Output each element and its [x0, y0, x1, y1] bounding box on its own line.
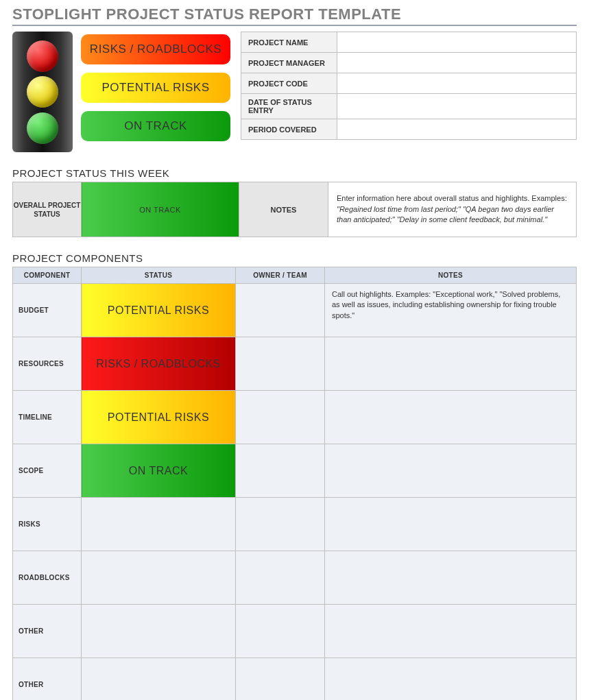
stoplight-icon [12, 32, 73, 152]
project-info-table: PROJECT NAMEPROJECT MANAGERPROJECT CODED… [241, 32, 577, 140]
header-row: RISKS / ROADBLOCKS POTENTIAL RISKS ON TR… [12, 32, 577, 152]
component-owner[interactable] [236, 337, 325, 391]
component-owner[interactable] [236, 498, 325, 551]
component-status[interactable] [82, 658, 236, 701]
overall-status-label: OVERALL PROJECT STATUS [13, 182, 82, 237]
component-notes[interactable] [325, 658, 577, 701]
component-notes[interactable] [325, 444, 577, 498]
table-row: RISKS [13, 498, 577, 551]
component-notes[interactable] [325, 391, 577, 444]
component-notes[interactable] [325, 551, 577, 605]
table-row: OTHER [13, 605, 577, 658]
table-row: RESOURCESRISKS / ROADBLOCKS [13, 337, 577, 391]
yellow-light-icon [27, 76, 58, 108]
component-name: BUDGET [13, 284, 82, 337]
overall-status-value[interactable]: ON TRACK [82, 182, 239, 237]
col-header-component: COMPONENT [13, 267, 82, 284]
component-status[interactable]: POTENTIAL RISKS [82, 391, 236, 444]
info-value[interactable] [337, 32, 577, 53]
info-label: PROJECT NAME [241, 32, 337, 53]
component-owner[interactable] [236, 658, 325, 701]
notes-label: NOTES [239, 182, 328, 237]
component-status[interactable]: POTENTIAL RISKS [82, 284, 236, 337]
info-value[interactable] [337, 73, 577, 94]
component-status[interactable] [82, 551, 236, 605]
component-notes[interactable] [325, 337, 577, 391]
green-light-icon [27, 112, 58, 144]
component-owner[interactable] [236, 551, 325, 605]
legend-yellow-pill: POTENTIAL RISKS [81, 73, 230, 103]
component-name: RISKS [13, 498, 82, 551]
table-row: TIMELINEPOTENTIAL RISKS [13, 391, 577, 444]
col-header-status: STATUS [82, 267, 236, 284]
table-row: OTHER [13, 658, 577, 701]
component-name: RESOURCES [13, 337, 82, 391]
title-divider [12, 25, 577, 26]
component-name: OTHER [13, 658, 82, 701]
legend-green-pill: ON TRACK [81, 111, 230, 141]
table-row: BUDGETPOTENTIAL RISKSCall out highlights… [13, 284, 577, 337]
info-value[interactable] [337, 119, 577, 140]
component-status[interactable]: ON TRACK [82, 444, 236, 498]
legend: RISKS / ROADBLOCKS POTENTIAL RISKS ON TR… [81, 32, 230, 141]
status-week-table: OVERALL PROJECT STATUS ON TRACK NOTES En… [12, 182, 577, 237]
component-status[interactable]: RISKS / ROADBLOCKS [82, 337, 236, 391]
red-light-icon [27, 40, 58, 72]
overall-notes-text: Enter information here about overall sta… [337, 194, 567, 224]
component-notes[interactable] [325, 605, 577, 658]
components-table: COMPONENT STATUS OWNER / TEAM NOTES BUDG… [12, 267, 577, 700]
component-name: OTHER [13, 605, 82, 658]
component-owner[interactable] [236, 605, 325, 658]
info-label: DATE OF STATUS ENTRY [241, 94, 337, 119]
table-row: SCOPEON TRACK [13, 444, 577, 498]
component-name: TIMELINE [13, 391, 82, 444]
table-row: ROADBLOCKS [13, 551, 577, 605]
component-name: ROADBLOCKS [13, 551, 82, 605]
component-notes[interactable] [325, 498, 577, 551]
info-label: PROJECT MANAGER [241, 53, 337, 73]
info-label: PROJECT CODE [241, 73, 337, 94]
info-label: PERIOD COVERED [241, 119, 337, 140]
page-title: STOPLIGHT PROJECT STATUS REPORT TEMPLATE [12, 5, 577, 23]
component-status[interactable] [82, 605, 236, 658]
component-owner[interactable] [236, 284, 325, 337]
col-header-owner: OWNER / TEAM [236, 267, 325, 284]
overall-notes-cell[interactable]: Enter information here about overall sta… [328, 182, 577, 237]
component-owner[interactable] [236, 444, 325, 498]
component-owner[interactable] [236, 391, 325, 444]
info-value[interactable] [337, 94, 577, 119]
components-heading: PROJECT COMPONENTS [12, 252, 577, 264]
component-notes[interactable]: Call out highlights. Examples: "Exceptio… [325, 284, 577, 337]
status-week-heading: PROJECT STATUS THIS WEEK [12, 167, 577, 179]
info-value[interactable] [337, 53, 577, 73]
component-status[interactable] [82, 498, 236, 551]
legend-red-pill: RISKS / ROADBLOCKS [81, 34, 230, 64]
col-header-notes: NOTES [325, 267, 577, 284]
component-name: SCOPE [13, 444, 82, 498]
